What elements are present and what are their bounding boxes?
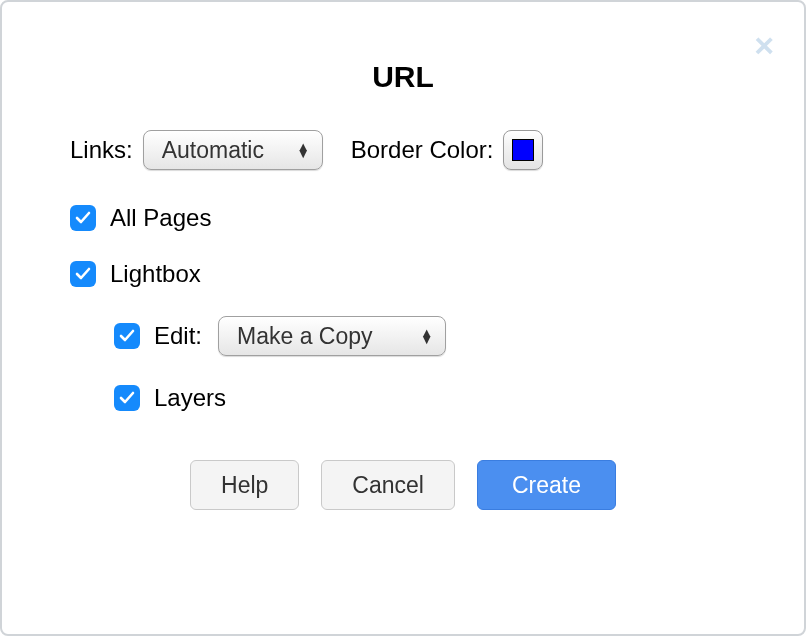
- lightbox-checkbox[interactable]: [70, 261, 96, 287]
- lightbox-row: Lightbox: [70, 260, 736, 288]
- edit-row: Edit: Make a Copy ▲▼: [114, 316, 736, 356]
- layers-label: Layers: [154, 384, 226, 412]
- dialog-footer: Help Cancel Create: [70, 460, 736, 510]
- updown-icon: ▲▼: [297, 143, 310, 157]
- lightbox-label: Lightbox: [110, 260, 201, 288]
- create-button[interactable]: Create: [477, 460, 616, 510]
- layers-checkbox[interactable]: [114, 385, 140, 411]
- check-icon: [119, 390, 135, 406]
- edit-checkbox[interactable]: [114, 323, 140, 349]
- edit-label: Edit:: [154, 322, 202, 350]
- check-icon: [75, 210, 91, 226]
- check-icon: [119, 328, 135, 344]
- links-row: Links: Automatic ▲▼ Border Color:: [70, 130, 736, 170]
- edit-select-value: Make a Copy: [237, 323, 373, 350]
- border-color-swatch: [512, 139, 534, 161]
- links-select-value: Automatic: [162, 137, 264, 164]
- links-select[interactable]: Automatic ▲▼: [143, 130, 323, 170]
- cancel-button[interactable]: Cancel: [321, 460, 455, 510]
- border-color-label: Border Color:: [351, 136, 494, 164]
- updown-icon: ▲▼: [420, 329, 433, 343]
- edit-select[interactable]: Make a Copy ▲▼: [218, 316, 446, 356]
- links-label: Links:: [70, 136, 133, 164]
- border-color-button[interactable]: [503, 130, 543, 170]
- all-pages-label: All Pages: [110, 204, 211, 232]
- dialog-title: URL: [70, 60, 736, 94]
- help-button[interactable]: Help: [190, 460, 299, 510]
- all-pages-checkbox[interactable]: [70, 205, 96, 231]
- all-pages-row: All Pages: [70, 204, 736, 232]
- layers-row: Layers: [114, 384, 736, 412]
- url-dialog: × URL Links: Automatic ▲▼ Border Color: …: [0, 0, 806, 636]
- close-icon[interactable]: ×: [754, 28, 774, 62]
- check-icon: [75, 266, 91, 282]
